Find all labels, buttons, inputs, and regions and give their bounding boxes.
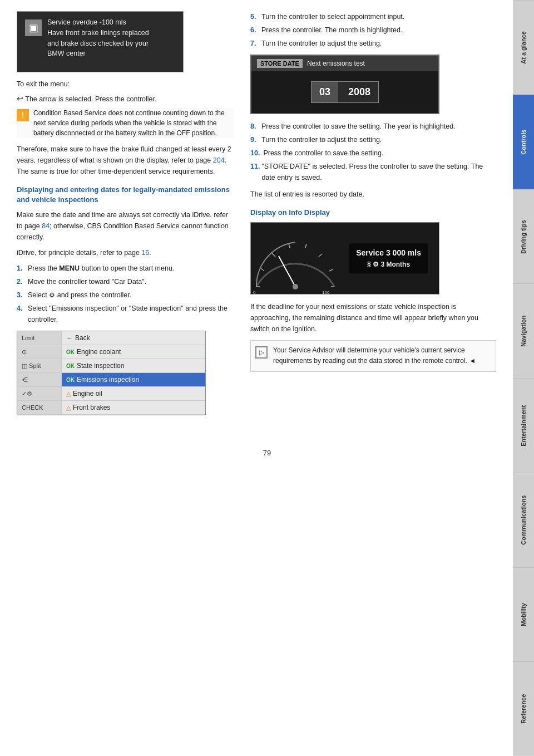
warn-badge-2: △ (66, 404, 71, 411)
svg-point-12 (293, 284, 298, 289)
service-overdue-screen: ▣ Service overdue -100 mls Have front br… (17, 11, 184, 72)
menu-left-circle: ⊙ (17, 345, 62, 359)
menu-right-front-brakes: △ Front brakes (62, 401, 205, 414)
svg-text:0: 0 (253, 290, 256, 294)
menu-right-emissions: OK Emissions inspection (62, 373, 205, 386)
step-5: 5. Turn the controller to select appoint… (250, 11, 496, 22)
warning-icon: ! (17, 109, 29, 121)
display-heading: Display on Info Display (250, 208, 496, 218)
step-6: 6. Press the controller. The month is hi… (250, 24, 496, 36)
page-number: 79 (0, 449, 534, 457)
service-overdue-text: Service overdue -100 mls Have front brak… (47, 17, 149, 59)
note-text: Your Service Advisor will determine your… (273, 345, 491, 366)
section-heading: Displaying and entering dates for legall… (17, 185, 234, 205)
link-84[interactable]: 84 (42, 222, 50, 230)
steps-1-4: 1. Press the MENU button to open the sta… (17, 263, 234, 325)
menu-right-back: ← Back (62, 331, 205, 345)
sidebar-tab-navigation[interactable]: Navigation (513, 283, 534, 378)
info-service-text: Service 3 000 mls § ⚙ 3 Months (349, 243, 428, 273)
note-icon: ▷ (255, 346, 268, 359)
warning-block: ! Condition Based Service does not conti… (17, 108, 234, 138)
warn-badge-1: △ (66, 390, 71, 397)
menu-row-emissions: ⋲ OK Emissions inspection (17, 373, 205, 387)
menu-row-front-brakes: CHECK △ Front brakes (17, 401, 205, 415)
step-9: 9. Turn the controller to adjust the set… (250, 134, 496, 145)
warning-text-2: Therefore, make sure to have the brake f… (17, 144, 234, 177)
sidebar-tab-communications[interactable]: Communications (513, 473, 534, 567)
service-line-2: Have front brake linings replaced (47, 28, 149, 38)
sidebar-tab-driving-tips[interactable]: Driving tips (513, 189, 534, 284)
store-date-label: STORE DATE (257, 59, 303, 68)
menu-left-split: ◫ Split (17, 359, 62, 372)
menu-left-arrow: ⋲ (17, 373, 62, 386)
store-date-body: 03 2008 (251, 71, 438, 113)
steps-8-11: 8. Press the controller to save the sett… (250, 121, 496, 183)
info-display-body: If the deadline for your next emissions … (250, 301, 496, 335)
intro-p1: Make sure the date and time are always s… (17, 209, 234, 243)
step-7: 7. Turn the controller to adjust the set… (250, 38, 496, 49)
step-10: 10. Press the controller to save the set… (250, 148, 496, 159)
arrow-text: The arrow is selected. Press the control… (25, 95, 156, 103)
sidebar-tab-reference[interactable]: Reference (513, 661, 534, 756)
list-sorted-text: The list of entries is resorted by date. (250, 189, 496, 200)
link-16[interactable]: 16 (141, 249, 149, 257)
service-line-4: BMW center (47, 48, 149, 59)
right-column: 5. Turn the controller to select appoint… (250, 11, 496, 415)
menu-left-check-icon: ✓⚙ (17, 387, 62, 400)
menu-screen: Limit ← Back ⊙ OK Engine coolant ◫ Split… (17, 331, 206, 415)
store-date-value: 03 2008 (311, 81, 379, 103)
menu-right-engine-coolant: OK Engine coolant (62, 345, 205, 359)
menu-right-engine-oil: △ Engine oil (62, 387, 205, 400)
service-line-1: Service overdue -100 mls (47, 17, 149, 28)
svg-text:160: 160 (322, 290, 330, 294)
warning-text: Condition Based Service does not continu… (33, 108, 234, 138)
service-months: § ⚙ 3 Months (356, 259, 421, 270)
info-text-overlay: Service 3 000 mls § ⚙ 3 Months (349, 243, 428, 273)
service-line-3: and brake discs checked by your (47, 38, 149, 49)
menu-left-limit: Limit (17, 331, 62, 345)
steps-5-7: 5. Turn the controller to select appoint… (250, 11, 496, 49)
arrow-icon: ↩ (17, 94, 23, 103)
step-11: 11. "STORE DATE" is selected. Press the … (250, 161, 496, 183)
menu-row-back: Limit ← Back (17, 331, 205, 345)
store-date-title: Next emissions test (307, 60, 365, 67)
warning-text-1: Condition Based Service does not continu… (33, 109, 225, 137)
menu-right-state-inspection: OK State inspection (62, 359, 205, 372)
store-date-header: STORE DATE Next emissions test (251, 56, 438, 71)
menu-row-engine-oil: ✓⚙ △ Engine oil (17, 387, 205, 401)
exit-instruction: To exit the menu: (17, 79, 234, 90)
ok-badge-2: OK (66, 363, 75, 369)
store-date-year: 2008 (340, 82, 378, 102)
store-date-month: 03 (312, 82, 338, 102)
back-icon: ← (66, 334, 73, 342)
sidebar-tab-entertainment[interactable]: Entertainment (513, 378, 534, 473)
ok-badge-3: OK (66, 377, 75, 383)
menu-row-engine-coolant: ⊙ OK Engine coolant (17, 345, 205, 359)
service-icon: ▣ (25, 19, 42, 36)
sidebar-tab-controls[interactable]: Controls (513, 95, 534, 189)
arrow-instruction: ↩ The arrow is selected. Press the contr… (17, 93, 234, 105)
service-mls: Service 3 000 mls (356, 247, 421, 259)
step-3: 3. Select ⚙ and press the controller. (17, 289, 234, 301)
info-display-screen: 0 160 Service 3 000 mls § ⚙ 3 Months (250, 222, 439, 294)
sidebar-tab-mobility[interactable]: Mobility (513, 567, 534, 662)
service-months-text: § ⚙ 3 Months (367, 259, 410, 270)
menu-row-state-inspection: ◫ Split OK State inspection (17, 359, 205, 373)
link-204[interactable]: 204 (213, 156, 225, 164)
step-4: 4. Select "Emissions inspection" or "Sta… (17, 303, 234, 325)
intro-p2: iDrive, for principle details, refer to … (17, 247, 234, 258)
step-1: 1. Press the MENU button to open the sta… (17, 263, 234, 274)
left-column: ▣ Service overdue -100 mls Have front br… (17, 11, 234, 415)
main-content: ▣ Service overdue -100 mls Have front br… (0, 0, 513, 438)
sidebar-tab-at-a-glance[interactable]: At a glance (513, 0, 534, 95)
step-8: 8. Press the controller to save the sett… (250, 121, 496, 132)
menu-left-check: CHECK (17, 401, 62, 414)
gauge-svg: 0 160 (251, 223, 340, 294)
step-2: 2. Move the controller toward "Car Data"… (17, 276, 234, 287)
note-block: ▷ Your Service Advisor will determine yo… (250, 340, 496, 371)
ok-badge: OK (66, 349, 75, 355)
store-date-screen: STORE DATE Next emissions test 03 2008 (250, 55, 439, 114)
sidebar: At a glance Controls Driving tips Naviga… (513, 0, 534, 756)
svg-rect-0 (251, 223, 340, 294)
